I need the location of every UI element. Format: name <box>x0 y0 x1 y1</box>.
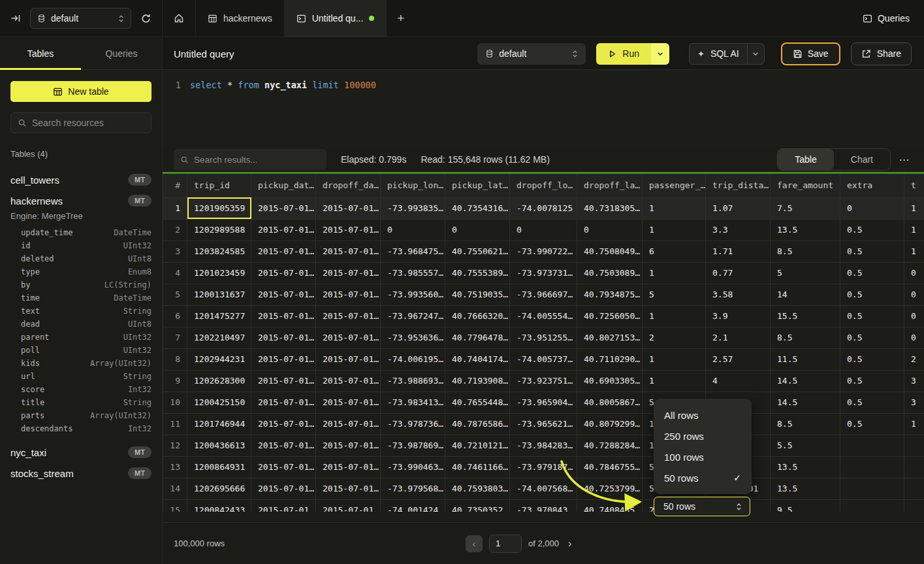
table-cell[interactable]: 0 <box>904 262 924 284</box>
table-cell[interactable]: 2015-07-01… <box>251 219 316 241</box>
table-cell[interactable]: 0 <box>904 305 924 327</box>
table-cell[interactable]: 1 <box>643 305 706 327</box>
table-cell[interactable]: 3 <box>904 370 924 391</box>
table-cell[interactable] <box>840 478 904 499</box>
table-cell[interactable]: 2015-07-01… <box>316 456 381 478</box>
table-cell[interactable] <box>840 499 904 512</box>
sidebar-table-stocks-stream[interactable]: stocks_stream MT <box>10 463 151 484</box>
table-cell[interactable]: 1.07 <box>706 197 771 219</box>
table-cell[interactable]: 0 <box>840 197 904 219</box>
table-cell[interactable]: 2015-07-01… <box>251 241 316 262</box>
table-cell[interactable]: 11.5 <box>771 348 840 370</box>
table-cell[interactable]: 7.5 <box>771 197 840 219</box>
table-cell[interactable]: 0.5 <box>840 241 904 262</box>
table-cell[interactable]: 40.7593803… <box>445 478 510 499</box>
table-cell[interactable]: 3 <box>904 391 924 413</box>
table-cell[interactable]: 1 <box>904 241 924 262</box>
table-cell[interactable]: 2015-07-01… <box>316 413 381 435</box>
table-cell[interactable] <box>840 456 904 478</box>
table-cell[interactable]: 40.7655448… <box>445 391 510 413</box>
table-cell[interactable]: 40.7193908… <box>445 370 510 391</box>
table-cell[interactable]: 2015-07-01… <box>316 262 381 284</box>
table-cell[interactable]: 8.5 <box>771 413 840 435</box>
row-number[interactable]: 1 <box>163 197 187 219</box>
table-cell[interactable] <box>904 478 924 499</box>
column-header[interactable]: t <box>904 174 924 197</box>
table-cell[interactable]: 5 <box>771 262 840 284</box>
table-cell[interactable]: -73.923751… <box>510 370 577 391</box>
table-cell[interactable]: 0 <box>445 219 510 241</box>
table-cell[interactable] <box>904 499 924 512</box>
table-cell[interactable]: -73.988693… <box>381 370 445 391</box>
sidebar-table-nyc-taxi[interactable]: nyc_taxi MT <box>10 442 151 463</box>
table-cell[interactable]: -73.951255… <box>510 327 577 348</box>
table-cell[interactable]: 2015-07-01… <box>251 456 316 478</box>
tab-home[interactable] <box>163 0 196 37</box>
rows-menu-item[interactable]: All rows <box>654 405 752 425</box>
table-cell[interactable]: -74.001424… <box>381 499 445 512</box>
sql-ai-options-button[interactable] <box>747 44 764 64</box>
resource-search-input[interactable] <box>32 118 150 128</box>
view-tab-chart[interactable]: Chart <box>834 149 890 170</box>
table-cell[interactable]: 2015-07-01… <box>316 219 381 241</box>
table-cell[interactable]: 1202989588 <box>187 219 251 241</box>
table-cell[interactable]: 40.7408435… <box>577 499 643 512</box>
rows-menu-item[interactable]: 50 rows✓ <box>654 467 752 488</box>
table-cell[interactable]: 1200425150 <box>187 391 251 413</box>
table-cell[interactable]: 2015-07-01… <box>251 478 316 499</box>
table-cell[interactable]: 2015-07-01… <box>316 284 381 305</box>
row-number[interactable]: 4 <box>163 262 187 284</box>
row-number[interactable]: 3 <box>163 241 187 262</box>
table-cell[interactable]: 40.6903305… <box>577 370 643 391</box>
table-cell[interactable]: 14.5 <box>771 370 840 391</box>
column-header[interactable]: dropoff_la… <box>577 174 643 197</box>
row-number[interactable]: 11 <box>163 413 187 435</box>
table-cell[interactable]: 40.7876586… <box>445 413 510 435</box>
page-number-input[interactable] <box>489 535 522 553</box>
table-cell[interactable]: 15.5 <box>771 305 840 327</box>
table-cell[interactable]: 2 <box>904 348 924 370</box>
table-cell[interactable]: 40.7461166… <box>445 456 510 478</box>
table-cell[interactable]: 2015-07-01… <box>251 262 316 284</box>
table-cell[interactable]: 40.7550621… <box>445 241 510 262</box>
table-cell[interactable]: 13.5 <box>771 456 840 478</box>
table-cell[interactable]: 2.1 <box>706 327 771 348</box>
table-cell[interactable]: 2015-07-01… <box>316 327 381 348</box>
table-cell[interactable]: 3.58 <box>706 284 771 305</box>
table-cell[interactable]: 1202628300 <box>187 370 251 391</box>
table-cell[interactable]: 0 <box>904 327 924 348</box>
prev-page-button[interactable]: ‹ <box>466 535 483 552</box>
table-cell[interactable]: 2015-07-01… <box>251 327 316 348</box>
table-cell[interactable]: 1201905359 <box>187 197 251 219</box>
table-cell[interactable]: 13.5 <box>771 219 840 241</box>
table-cell[interactable]: 2015-07-01… <box>251 305 316 327</box>
save-button[interactable]: Save <box>781 42 840 65</box>
table-cell[interactable]: -73.973731… <box>510 262 577 284</box>
table-cell[interactable]: 2015-07-01… <box>251 391 316 413</box>
results-search-input[interactable] <box>194 155 320 165</box>
table-cell[interactable]: 2.57 <box>706 348 771 370</box>
table-cell[interactable]: -73.966697… <box>510 284 577 305</box>
sql-editor[interactable]: 1 select * from nyc_taxi limit 100000 <box>163 70 924 147</box>
table-cell[interactable]: 0 <box>577 219 643 241</box>
column-header[interactable]: # <box>163 174 187 197</box>
table-cell[interactable]: 40.7404174… <box>445 348 510 370</box>
table-cell[interactable]: 2 <box>643 327 706 348</box>
table-cell[interactable]: -74.007568… <box>510 478 577 499</box>
table-cell[interactable]: 2015-07-01… <box>251 499 316 512</box>
row-number[interactable]: 6 <box>163 305 187 327</box>
table-cell[interactable]: 40.7508049… <box>577 241 643 262</box>
table-cell[interactable]: 1200864931 <box>187 456 251 478</box>
row-number[interactable]: 2 <box>163 219 187 241</box>
column-header[interactable]: dropoff_lo… <box>510 174 577 197</box>
table-cell[interactable]: 2015-07-01… <box>251 370 316 391</box>
column-header[interactable]: passenger_… <box>643 174 706 197</box>
table-cell[interactable]: 13.5 <box>771 478 840 499</box>
table-cell[interactable]: 40.7846755… <box>577 456 643 478</box>
table-cell[interactable]: -73.993560… <box>381 284 445 305</box>
table-cell[interactable]: 0.5 <box>840 370 904 391</box>
column-header[interactable]: trip_dista… <box>706 174 771 197</box>
table-cell[interactable]: 2015-07-01… <box>316 197 381 219</box>
table-cell[interactable]: 1201023459 <box>187 262 251 284</box>
table-cell[interactable]: 40.7253799… <box>577 478 643 499</box>
